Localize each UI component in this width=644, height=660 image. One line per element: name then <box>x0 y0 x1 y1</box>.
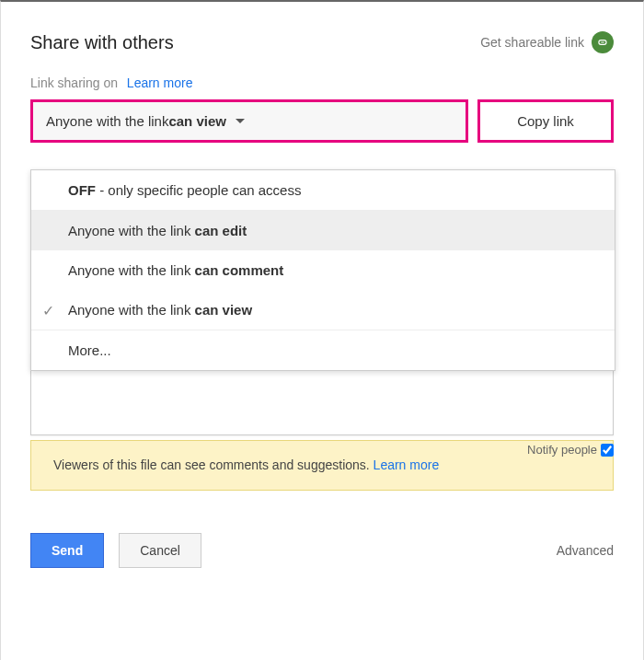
menu-item-can-comment[interactable]: Anyone with the link can comment <box>31 250 615 290</box>
dropdown-value: can view <box>168 113 226 129</box>
shareable-link-label: Get shareable link <box>480 35 584 50</box>
chevron-down-icon <box>236 119 245 123</box>
copy-link-button[interactable]: Copy link <box>477 99 614 143</box>
status-text: Link sharing on <box>30 75 118 90</box>
menu-view-bold: can view <box>195 302 253 318</box>
notify-people-label: Notify people <box>527 443 597 457</box>
menu-comment-prefix: Anyone with the link <box>68 262 195 278</box>
menu-view-prefix: Anyone with the link <box>68 302 195 318</box>
advanced-link[interactable]: Advanced <box>557 543 614 558</box>
banner-text: Viewers of this file can see comments an… <box>53 457 374 472</box>
menu-edit-bold: can edit <box>195 223 247 238</box>
menu-item-can-view[interactable]: ✓ Anyone with the link can view <box>31 290 615 330</box>
menu-item-can-edit[interactable]: Anyone with the link can edit <box>31 211 615 250</box>
menu-item-off[interactable]: OFF - only specific people can access <box>31 170 615 210</box>
menu-comment-bold: can comment <box>195 262 284 278</box>
check-icon: ✓ <box>42 301 54 318</box>
menu-off-rest: - only specific people can access <box>96 182 301 198</box>
banner-learn-more[interactable]: Learn more <box>374 457 440 472</box>
link-icon <box>592 31 614 53</box>
learn-more-link[interactable]: Learn more <box>127 75 193 90</box>
dropdown-prefix: Anyone with the link <box>46 113 168 129</box>
cancel-button[interactable]: Cancel <box>119 533 201 568</box>
permission-dropdown[interactable]: Anyone with the link can view <box>30 99 468 143</box>
get-shareable-link[interactable]: Get shareable link <box>480 31 614 53</box>
dialog-title: Share with others <box>30 32 174 53</box>
notify-people-checkbox[interactable] <box>601 444 614 457</box>
permission-menu: OFF - only specific people can access An… <box>30 169 615 371</box>
menu-edit-prefix: Anyone with the link <box>68 223 195 238</box>
menu-off-bold: OFF <box>68 182 96 198</box>
send-button[interactable]: Send <box>30 533 104 568</box>
menu-item-more[interactable]: More... <box>31 330 615 370</box>
link-sharing-status: Link sharing on Learn more <box>30 75 614 90</box>
